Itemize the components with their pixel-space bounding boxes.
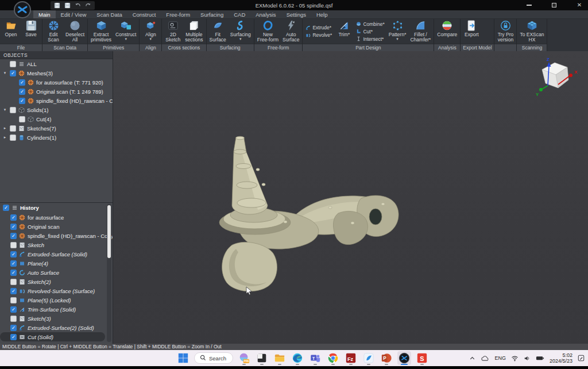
history-item-extruded-surface-solid[interactable]: ✓Extruded-Surface (Solid) xyxy=(0,249,113,259)
ribbon-button-to-exscan-hx[interactable]: To EXScanHX xyxy=(518,20,546,44)
wifi-icon[interactable] xyxy=(511,355,519,362)
menu-tab-edit-view[interactable]: Edit / View xyxy=(56,10,92,18)
quick-access-save-button[interactable] xyxy=(54,2,60,9)
checkbox-checked[interactable]: ✓ xyxy=(10,306,17,313)
history-item-trim-surface-solid[interactable]: ✓Trim-Surface (Solid) xyxy=(0,305,113,314)
history-item-plane-5-locked[interactable]: Plane(5) (Locked) xyxy=(0,295,113,305)
checkbox-unchecked[interactable] xyxy=(10,279,17,285)
taskbar-search[interactable]: Search xyxy=(194,352,233,364)
checkbox-unchecked[interactable] xyxy=(10,242,17,248)
taskbar-app-snagit[interactable]: S xyxy=(415,351,429,365)
checkbox-checked[interactable]: ✓ xyxy=(19,89,25,95)
ribbon-button-revolve[interactable]: Revolve* xyxy=(305,32,332,39)
ribbon-button-fillet-chamfer[interactable]: Fillet /Chamfer* xyxy=(408,20,432,44)
checkbox-checked[interactable]: ✓ xyxy=(10,251,17,257)
objects-tree-item-solids-1[interactable]: ▾Solids(1) xyxy=(0,105,113,114)
viewport-3d[interactable]: Z X Y xyxy=(113,51,588,344)
close-button[interactable]: ✕ xyxy=(574,1,585,9)
menu-tab-help[interactable]: Help xyxy=(311,10,333,18)
ribbon-button-auto-surface[interactable]: AutoSurface xyxy=(281,20,301,44)
objects-tree-item-meshes-3[interactable]: ▾✓Meshes(3) xyxy=(0,68,113,78)
expander-open-icon[interactable]: ▾ xyxy=(2,107,7,112)
notification-pen-icon[interactable] xyxy=(578,355,585,362)
checkbox-checked[interactable]: ✓ xyxy=(10,233,17,239)
battery-icon[interactable] xyxy=(536,355,544,361)
ribbon-button-fit-surface[interactable]: FitSurface xyxy=(208,20,228,44)
checkbox-checked[interactable]: ✓ xyxy=(10,70,16,76)
ribbon-button-multiple-sections[interactable]: Multiplesections xyxy=(183,20,204,44)
menu-tab-scan-data[interactable]: Scan Data xyxy=(91,10,127,18)
language-indicator[interactable]: ENG xyxy=(494,355,506,361)
checkbox-checked[interactable]: ✓ xyxy=(19,79,25,86)
taskbar-app-chrome[interactable] xyxy=(326,351,340,365)
ribbon-button-intersect[interactable]: Intersect* xyxy=(356,36,384,42)
taskbar-app-filezilla[interactable]: Fz xyxy=(344,351,358,365)
checkbox-checked[interactable]: ✓ xyxy=(10,325,17,331)
ribbon-button-extrude[interactable]: Extrude* xyxy=(305,25,332,31)
taskbar-app-powerpoint[interactable]: P xyxy=(380,351,393,365)
history-checkbox[interactable]: ✓ xyxy=(3,205,9,211)
ribbon-button-extract-primitives[interactable]: Extractprimitives xyxy=(89,20,113,44)
ribbon-button-pattern[interactable]: Pattern*▾ xyxy=(387,20,408,44)
objects-tree-item-cylinders-1[interactable]: ▸Cylinders(1) xyxy=(0,133,113,142)
spindle-model-3d[interactable] xyxy=(113,51,588,344)
objects-tree-item-for-autosurface-t-771-920[interactable]: ✓for autosurface (T: 771 920) xyxy=(0,78,113,87)
history-item-auto-surface[interactable]: ✓Auto Surface xyxy=(0,268,113,277)
checkbox-checked[interactable]: ✓ xyxy=(10,214,17,221)
view-cube[interactable]: Z X Y xyxy=(534,56,583,97)
ribbon-button-try-pro-version[interactable]: Try Proversion xyxy=(496,20,515,44)
checkbox-checked[interactable]: ✓ xyxy=(10,224,17,230)
quick-access-redo-button[interactable] xyxy=(85,2,91,9)
ribbon-button-trim[interactable]: Trim* xyxy=(334,20,354,44)
checkbox-checked[interactable]: ✓ xyxy=(19,98,25,104)
ribbon-button-surfacing[interactable]: Surfacing▾ xyxy=(229,20,253,44)
history-item-revolved-surface-surface[interactable]: ✓Revolved-Surface (Surface) xyxy=(0,286,113,295)
ribbon-button-construct[interactable]: Construct▾ xyxy=(114,20,138,44)
ribbon-button-combine[interactable]: Combine* xyxy=(356,21,384,27)
ribbon-button-open[interactable]: Open xyxy=(1,20,21,44)
ribbon-button-export[interactable]: Export xyxy=(462,20,481,44)
volume-icon[interactable] xyxy=(524,355,531,362)
expander-closed-icon[interactable]: ▸ xyxy=(2,126,7,130)
checkbox-checked[interactable]: ✓ xyxy=(10,270,17,276)
taskbar-app-widgets[interactable]: PRE xyxy=(237,351,251,365)
menu-tab-surfacing[interactable]: Surfacing xyxy=(195,10,229,18)
ribbon-button-cut[interactable]: Cut* xyxy=(356,28,384,34)
menu-tab-main[interactable]: Main xyxy=(33,10,56,18)
history-scrollbar[interactable] xyxy=(107,204,111,342)
history-item-spindle-fixed-hd-rawscan-copy[interactable]: ✓spindle_fixed (HD)_rawscan - Copy xyxy=(0,231,113,240)
history-item-extruded-surface-2-solid[interactable]: ✓Extruded-Surface(2) (Solid) xyxy=(0,323,113,332)
history-item-original-scan[interactable]: ✓Original scan xyxy=(0,222,113,231)
checkbox-unchecked[interactable] xyxy=(10,61,16,67)
objects-tree-item-spindle-fixed-hd-rawscan-copy-t-943-9[interactable]: ✓spindle_fixed (HD)_rawscan - Copy (T: 9… xyxy=(0,96,113,105)
history-item-cut-solid[interactable]: ✓Cut (Solid) xyxy=(0,332,105,341)
menu-tab-settings[interactable]: Settings xyxy=(281,10,311,18)
ribbon-button-2d-sketch[interactable]: 2DSketch xyxy=(163,20,183,44)
menu-tab-analysis[interactable]: Analysis xyxy=(250,10,281,18)
onedrive-cloud-icon[interactable] xyxy=(481,355,489,362)
app-logo-icon[interactable] xyxy=(14,1,31,18)
objects-tree-item-sketches-7[interactable]: ▸Sketches(7) xyxy=(0,124,113,133)
checkbox-checked[interactable]: ✓ xyxy=(10,334,17,340)
checkbox-unchecked[interactable] xyxy=(10,125,16,132)
ribbon-button-compare[interactable]: Compare xyxy=(435,20,459,44)
taskbar-app-teams[interactable]: T xyxy=(308,351,322,365)
objects-tree-item-original-scan-t-1-249-789[interactable]: ✓Original scan (T: 1 249 789) xyxy=(0,87,113,96)
checkbox-unchecked[interactable] xyxy=(10,297,17,303)
history-item-sketch-2[interactable]: Sketch(2) xyxy=(0,277,113,286)
checkbox-checked[interactable]: ✓ xyxy=(10,288,17,294)
ribbon-button-save[interactable]: Save xyxy=(21,20,41,44)
menu-tab-cad[interactable]: CAD xyxy=(229,10,250,18)
menu-tab-construct[interactable]: Construct xyxy=(127,10,161,18)
expander-closed-icon[interactable]: ▸ xyxy=(2,135,7,140)
tray-chevron-up-icon[interactable] xyxy=(469,355,475,362)
quick-access-undo-button[interactable] xyxy=(75,2,81,9)
history-item-sketch[interactable]: Sketch xyxy=(0,240,113,249)
taskbar-app-edge[interactable] xyxy=(291,351,304,365)
maximize-button[interactable] xyxy=(549,1,559,9)
history-item-sketch-3[interactable]: Sketch(3) xyxy=(0,314,113,323)
history-item-plane-4[interactable]: ✓Plane(4) xyxy=(0,259,113,268)
menu-tab-free-form[interactable]: Free-form xyxy=(161,10,195,18)
history-scrollbar-thumb[interactable] xyxy=(107,205,111,258)
objects-tree-item-all[interactable]: ALL xyxy=(0,59,113,68)
